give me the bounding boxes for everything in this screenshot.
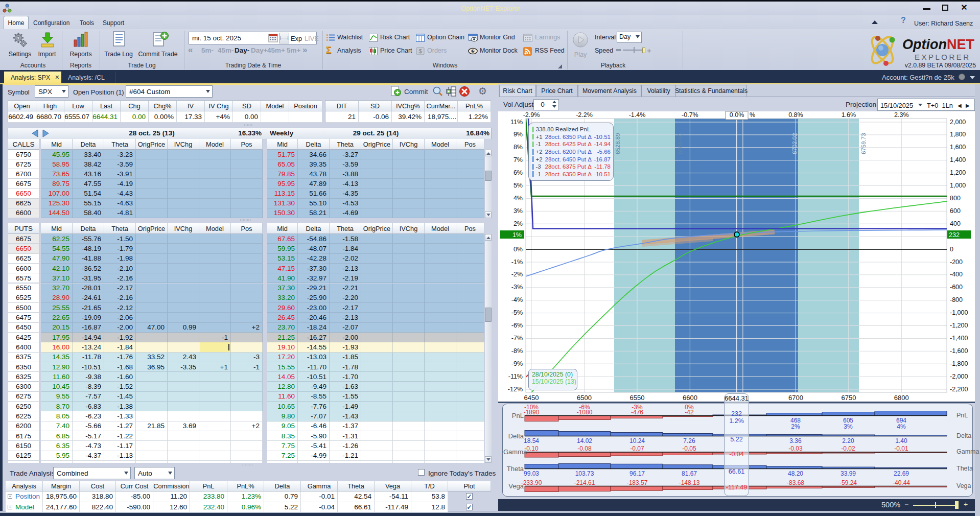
svg-text:-800: -800 — [950, 296, 963, 303]
svg-text:14.02: 14.02 — [577, 437, 592, 444]
svg-text:-200: -200 — [950, 259, 963, 266]
svg-text:-148.13: -148.13 — [679, 479, 700, 486]
svg-text:-0.08: -0.08 — [577, 445, 592, 452]
svg-text:-1890: -1890 — [524, 409, 540, 416]
svg-text:3.36: 3.36 — [789, 437, 802, 444]
svg-text:4%: 4% — [897, 423, 906, 430]
svg-text:-400: -400 — [950, 271, 963, 278]
svg-text:-476: -476 — [631, 409, 643, 416]
svg-text:-1,800: -1,800 — [950, 360, 968, 367]
svg-text:-183.57: -183.57 — [627, 479, 648, 486]
svg-text:3%: 3% — [844, 423, 853, 430]
svg-text:-2.9%: -2.9% — [523, 111, 540, 119]
svg-text:-0.07: -0.07 — [630, 445, 644, 452]
svg-text:-0.7%: -0.7% — [682, 111, 698, 119]
svg-text:7%: 7% — [514, 156, 523, 163]
svg-text:-11%: -11% — [508, 373, 523, 380]
svg-text:0.8%: 0.8% — [788, 111, 803, 119]
svg-text:2,000: 2,000 — [950, 119, 966, 126]
svg-text:-42: -42 — [685, 409, 694, 416]
svg-text:-1.4%: -1.4% — [629, 111, 646, 119]
svg-text:18.54: 18.54 — [524, 437, 539, 444]
svg-text:-0.01: -0.01 — [894, 445, 908, 452]
svg-text:-1,200: -1,200 — [950, 322, 968, 329]
svg-text:1,600: 1,600 — [950, 144, 966, 151]
svg-text:8%: 8% — [514, 144, 523, 151]
svg-text:0%: 0% — [514, 246, 523, 253]
svg-text:5%: 5% — [514, 182, 523, 189]
svg-text:1,000: 1,000 — [950, 182, 966, 189]
svg-text:-1%: -1% — [511, 259, 523, 266]
svg-text:96.17: 96.17 — [629, 470, 645, 477]
svg-text:2%: 2% — [791, 423, 800, 430]
svg-text:-12%: -12% — [508, 386, 523, 393]
svg-text:600: 600 — [950, 207, 961, 215]
svg-text:1.6%: 1.6% — [842, 111, 856, 119]
svg-text:6750: 6750 — [841, 394, 856, 402]
svg-text:-1,600: -1,600 — [950, 347, 968, 355]
svg-text:6450: 6450 — [524, 394, 539, 402]
svg-text:33.99: 33.99 — [841, 470, 856, 477]
svg-text:11%: 11% — [510, 119, 523, 126]
svg-text:6550: 6550 — [630, 394, 645, 402]
svg-text:1%: 1% — [512, 231, 522, 239]
svg-text:-3%: -3% — [511, 284, 523, 291]
svg-text:48.20: 48.20 — [788, 470, 803, 477]
svg-text:2.3%: 2.3% — [894, 111, 909, 119]
svg-text:-600: -600 — [950, 284, 963, 291]
svg-text:%: % — [750, 111, 755, 119]
svg-text:-2,000: -2,000 — [950, 373, 968, 380]
svg-text:-1,000: -1,000 — [950, 309, 968, 316]
svg-text:-6%: -6% — [511, 322, 523, 329]
svg-text:4%: 4% — [514, 195, 523, 202]
svg-text:-2,200: -2,200 — [950, 386, 968, 393]
svg-text:$: $ — [418, 48, 422, 54]
svg-text:2.20: 2.20 — [842, 437, 854, 444]
svg-text:-40.44: -40.44 — [893, 479, 910, 486]
svg-text:-0.03: -0.03 — [788, 445, 803, 452]
svg-text:6%: 6% — [514, 169, 523, 176]
svg-text:400: 400 — [950, 220, 961, 227]
svg-text:-5%: -5% — [511, 309, 523, 316]
svg-text:-83.68: -83.68 — [787, 479, 804, 486]
svg-text:2%: 2% — [514, 220, 523, 227]
svg-text:10.24: 10.24 — [629, 437, 645, 444]
svg-text:-0.05: -0.05 — [682, 445, 696, 452]
svg-text:-214.61: -214.61 — [574, 479, 595, 486]
svg-text:1,800: 1,800 — [950, 131, 966, 138]
svg-text:6800: 6800 — [894, 394, 909, 402]
svg-text:81.67: 81.67 — [682, 470, 697, 477]
svg-text:7.26: 7.26 — [683, 437, 695, 444]
svg-text:-1,400: -1,400 — [950, 335, 968, 342]
svg-text:3%: 3% — [514, 207, 523, 215]
svg-text:800: 800 — [950, 195, 961, 202]
svg-text:103.73: 103.73 — [575, 470, 594, 477]
svg-text:-9%: -9% — [511, 360, 523, 367]
svg-text:0.0%: 0.0% — [730, 111, 744, 119]
svg-text:9%: 9% — [514, 131, 523, 138]
svg-text:1,200: 1,200 — [950, 169, 966, 176]
svg-text:0: 0 — [950, 246, 953, 253]
svg-text:1.40: 1.40 — [895, 437, 907, 444]
svg-text:99.03: 99.03 — [524, 470, 539, 477]
svg-text:-8%: -8% — [511, 347, 523, 355]
svg-text:6700: 6700 — [788, 394, 803, 402]
svg-text:6600: 6600 — [683, 394, 697, 402]
svg-text:6500: 6500 — [577, 394, 592, 402]
svg-text:-7%: -7% — [511, 335, 523, 342]
svg-text:1,400: 1,400 — [950, 156, 966, 163]
svg-text:-2%: -2% — [511, 271, 523, 278]
svg-text:-233.90: -233.90 — [521, 479, 542, 486]
svg-text:22.69: 22.69 — [894, 470, 909, 477]
svg-text:232: 232 — [949, 231, 960, 239]
svg-text:-2.2%: -2.2% — [576, 111, 593, 119]
svg-text:-1080: -1080 — [577, 409, 593, 416]
svg-text:-59.24: -59.24 — [839, 479, 857, 486]
svg-text:-0.02: -0.02 — [841, 445, 855, 452]
svg-text:-4%: -4% — [511, 296, 523, 303]
